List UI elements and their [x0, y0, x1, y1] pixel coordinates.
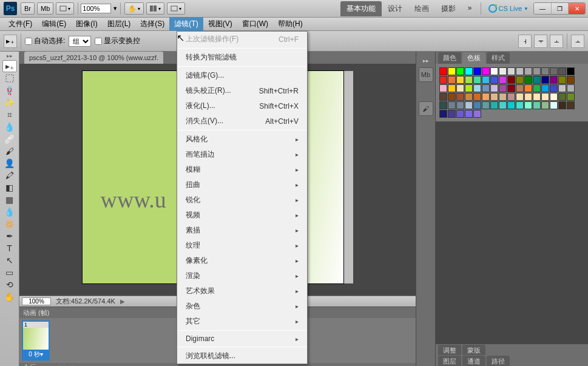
swatch-color[interactable] — [456, 84, 464, 92]
swatch-color[interactable] — [541, 76, 549, 84]
swatch-color[interactable] — [524, 101, 532, 109]
history-brush-tool[interactable]: 🖍 — [2, 169, 17, 181]
swatch-color[interactable] — [490, 101, 498, 109]
dock-minibridge-icon[interactable]: Mb — [419, 67, 433, 82]
swatch-color[interactable] — [499, 101, 507, 109]
swatch-color[interactable] — [473, 110, 481, 118]
3d-tool[interactable]: ⟲ — [2, 279, 17, 291]
frame-delay[interactable]: 0 秒▾ — [23, 350, 49, 359]
swatch-color[interactable] — [533, 84, 541, 92]
swatch-color[interactable] — [558, 101, 566, 109]
zoom-field[interactable] — [22, 297, 51, 305]
menu-view[interactable]: 视图(V) — [203, 17, 237, 31]
swatch-color[interactable] — [524, 76, 532, 84]
lasso-tool[interactable]: 🪢 — [2, 84, 17, 97]
menu-layer[interactable]: 图层(L) — [103, 17, 136, 31]
swatch-color[interactable] — [516, 84, 524, 92]
arrange-docs-button[interactable] — [146, 2, 164, 15]
type-tool[interactable]: T — [2, 242, 17, 254]
swatch-color[interactable] — [448, 67, 456, 75]
swatch-color[interactable] — [567, 67, 575, 75]
swatch-color[interactable] — [465, 76, 473, 84]
minibridge-button[interactable]: Mb — [37, 2, 53, 15]
swatch-color[interactable] — [499, 67, 507, 75]
swatch-color[interactable] — [524, 67, 532, 75]
gradient-tool[interactable]: ▦ — [2, 194, 17, 206]
align-button-1[interactable]: ⫞ — [518, 35, 532, 48]
swatch-color[interactable] — [567, 93, 575, 101]
hand-tool[interactable]: ✋ — [2, 291, 17, 303]
path-tool[interactable]: ↖ — [2, 254, 17, 266]
swatch-color[interactable] — [482, 84, 490, 92]
swatch-color[interactable] — [524, 93, 532, 101]
swatch-color[interactable] — [541, 101, 549, 109]
filter-pixelate[interactable]: 像素化 — [177, 253, 307, 268]
swatch-color[interactable] — [456, 93, 464, 101]
swatch-color[interactable] — [533, 67, 541, 75]
swatch-color[interactable] — [550, 67, 558, 75]
filter-smart[interactable]: 转换为智能滤镜 — [177, 50, 307, 65]
swatch-color[interactable] — [473, 67, 481, 75]
filter-blur[interactable]: 模糊 — [177, 162, 307, 177]
blur-tool[interactable]: 💧 — [2, 206, 17, 218]
filter-video[interactable]: 视频 — [177, 208, 307, 223]
swatch-color[interactable] — [507, 76, 515, 84]
swatch-color[interactable] — [541, 84, 549, 92]
swatch-color[interactable] — [439, 84, 447, 92]
swatch-color[interactable] — [550, 101, 558, 109]
swatch-color[interactable] — [490, 93, 498, 101]
wand-tool[interactable]: ✨ — [2, 97, 17, 109]
filter-lens[interactable]: 镜头校正(R)...Shift+Ctrl+R — [177, 83, 307, 98]
swatch-color[interactable] — [567, 76, 575, 84]
show-transform-checkbox[interactable]: 显示变换控 — [95, 36, 140, 46]
swatch-color[interactable] — [499, 84, 507, 92]
swatch-color[interactable] — [558, 67, 566, 75]
swatch-color[interactable] — [507, 93, 515, 101]
workspace-painting[interactable]: 绘画 — [408, 1, 435, 16]
swatch-color[interactable] — [507, 84, 515, 92]
swatch-color[interactable] — [533, 76, 541, 84]
align-button-3[interactable]: ⫠ — [550, 35, 563, 48]
filter-vanish[interactable]: 消失点(V)...Alt+Ctrl+V — [177, 114, 307, 129]
dock-brush-icon[interactable]: 🖌 — [419, 101, 433, 116]
filter-browse[interactable]: 浏览联机滤镜... — [177, 348, 307, 364]
dodge-tool[interactable]: 🔅 — [2, 218, 17, 230]
filter-noise[interactable]: 杂色 — [177, 299, 307, 314]
canvas-scrollbar-v[interactable] — [343, 71, 353, 283]
swatch-color[interactable] — [439, 93, 447, 101]
close-button[interactable]: ✕ — [568, 3, 585, 14]
current-tool-icon[interactable]: ▸₊ — [4, 35, 17, 48]
menu-select[interactable]: 选择(S) — [135, 17, 169, 31]
swatch-color[interactable] — [465, 110, 473, 118]
swatch-color[interactable] — [533, 93, 541, 101]
tab-path[interactable]: 路径 — [487, 356, 510, 366]
swatch-color[interactable] — [439, 110, 447, 118]
filter-texture[interactable]: 纹理 — [177, 238, 307, 253]
workspace-essentials[interactable]: 基本功能 — [340, 1, 382, 16]
shape-tool[interactable]: ▭ — [2, 266, 17, 279]
zoom-level-select[interactable] — [81, 4, 111, 13]
minimize-button[interactable]: — — [534, 3, 551, 14]
filter-sharpen[interactable]: 锐化 — [177, 192, 307, 208]
swatch-color[interactable] — [473, 101, 481, 109]
swatch-color[interactable] — [482, 93, 490, 101]
tab-channel[interactable]: 通道 — [462, 356, 485, 366]
swatch-color[interactable] — [567, 84, 575, 92]
menu-image[interactable]: 图像(I) — [71, 17, 102, 31]
filter-brush[interactable]: 画笔描边 — [177, 147, 307, 162]
dock-collapse[interactable]: ▸▸ — [423, 58, 429, 64]
swatch-color[interactable] — [439, 76, 447, 84]
filter-sketch[interactable]: 素描 — [177, 223, 307, 238]
menu-edit[interactable]: 编辑(E) — [37, 17, 71, 31]
distribute-button[interactable]: ⫠ — [571, 35, 584, 48]
swatch-color[interactable] — [448, 76, 456, 84]
filter-digimarc[interactable]: Digimarc — [177, 332, 307, 345]
maximize-button[interactable]: ❐ — [551, 3, 568, 14]
menu-help[interactable]: 帮助(H) — [273, 17, 308, 31]
filter-liquify[interactable]: 液化(L)...Shift+Ctrl+X — [177, 98, 307, 114]
workspace-design[interactable]: 设计 — [382, 1, 408, 16]
filter-stylize[interactable]: 风格化 — [177, 132, 307, 147]
swatch-color[interactable] — [516, 76, 524, 84]
move-tool[interactable]: ▸₊ — [2, 60, 17, 72]
cs-live-button[interactable]: CS Live▼ — [488, 4, 529, 13]
